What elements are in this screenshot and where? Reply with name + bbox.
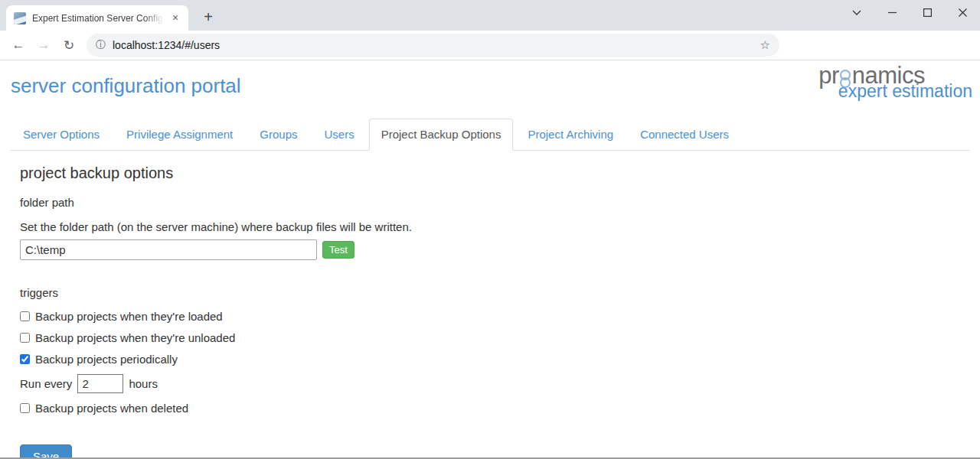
checkbox-label: Backup projects periodically	[35, 353, 178, 366]
window-controls	[839, 0, 980, 24]
portal-tab-bar: Server Options Privilege Assignment Grou…	[11, 117, 969, 151]
tab-close-icon[interactable]: ×	[168, 11, 182, 25]
checkbox-row-deleted: Backup projects when deleted	[20, 402, 969, 415]
browser-toolbar: ← → ↻ ⓘ localhost:1234/#/users ☆	[0, 31, 980, 60]
folder-path-description: Set the folder path (on the server machi…	[20, 220, 969, 233]
page-title: server configuration portal	[11, 74, 241, 98]
maximize-button[interactable]	[910, 1, 945, 24]
new-tab-button[interactable]: +	[198, 7, 219, 28]
tab-connected-users[interactable]: Connected Users	[628, 119, 741, 150]
back-icon[interactable]: ←	[8, 34, 29, 56]
favicon-icon	[14, 12, 26, 24]
checkbox-label: Backup projects when they're loaded	[35, 310, 223, 323]
tab-groups[interactable]: Groups	[247, 119, 309, 150]
url-text[interactable]: localhost:1234/#/users	[113, 39, 760, 51]
checkbox-label: Backup projects when they're unloaded	[35, 331, 235, 344]
browser-tab-strip: Expert Estimation Server Configu × +	[0, 0, 980, 31]
backup-on-delete-checkbox[interactable]	[20, 403, 30, 413]
forward-icon[interactable]: →	[33, 34, 54, 56]
section-heading: project backup options	[20, 164, 969, 182]
run-every-prefix: Run every	[20, 377, 72, 390]
backup-on-unload-checkbox[interactable]	[20, 333, 30, 343]
chevron-down-icon[interactable]	[839, 1, 874, 24]
backup-periodically-checkbox[interactable]	[20, 354, 30, 364]
tab-project-backup-options[interactable]: Project Backup Options	[369, 119, 514, 151]
triggers-label: triggers	[20, 286, 969, 299]
run-every-suffix: hours	[129, 377, 158, 390]
page-header: server configuration portal prnamics exp…	[11, 60, 969, 111]
folder-path-label: folder path	[20, 196, 969, 209]
tab-content: project backup options folder path Set t…	[11, 151, 969, 459]
tab-server-options[interactable]: Server Options	[11, 119, 112, 150]
checkbox-label: Backup projects when deleted	[35, 402, 188, 415]
tab-project-archiving[interactable]: Project Archiving	[515, 119, 626, 150]
pronamics-logo: prnamics expert estimation	[818, 63, 972, 100]
reload-icon[interactable]: ↻	[58, 34, 80, 56]
bookmark-star-icon[interactable]: ☆	[760, 38, 770, 52]
close-window-button[interactable]	[945, 1, 980, 24]
browser-window: Expert Estimation Server Configu × + ← →…	[0, 0, 980, 459]
page-info-icon[interactable]: ⓘ	[96, 38, 106, 52]
minimize-button[interactable]	[874, 1, 910, 24]
tab-users[interactable]: Users	[312, 119, 366, 150]
browser-tab[interactable]: Expert Estimation Server Configu ×	[6, 5, 188, 31]
browser-tab-title: Expert Estimation Server Configu	[32, 13, 164, 24]
logo-double-circle-icon	[839, 68, 852, 85]
checkbox-row-periodically: Backup projects periodically	[20, 353, 969, 366]
run-every-hours-input[interactable]	[77, 374, 123, 393]
address-bar[interactable]: ⓘ localhost:1234/#/users ☆	[87, 34, 779, 57]
backup-on-load-checkbox[interactable]	[20, 311, 30, 321]
folder-path-row: Test	[20, 239, 969, 260]
tab-privilege-assignment[interactable]: Privilege Assignment	[114, 119, 245, 150]
page-body: server configuration portal prnamics exp…	[0, 60, 980, 457]
run-every-row: Run every hours	[20, 374, 969, 393]
test-button[interactable]: Test	[322, 241, 354, 259]
checkbox-row-loaded: Backup projects when they're loaded	[20, 310, 969, 323]
folder-path-input[interactable]	[20, 239, 317, 260]
checkbox-row-unloaded: Backup projects when they're unloaded	[20, 331, 969, 344]
